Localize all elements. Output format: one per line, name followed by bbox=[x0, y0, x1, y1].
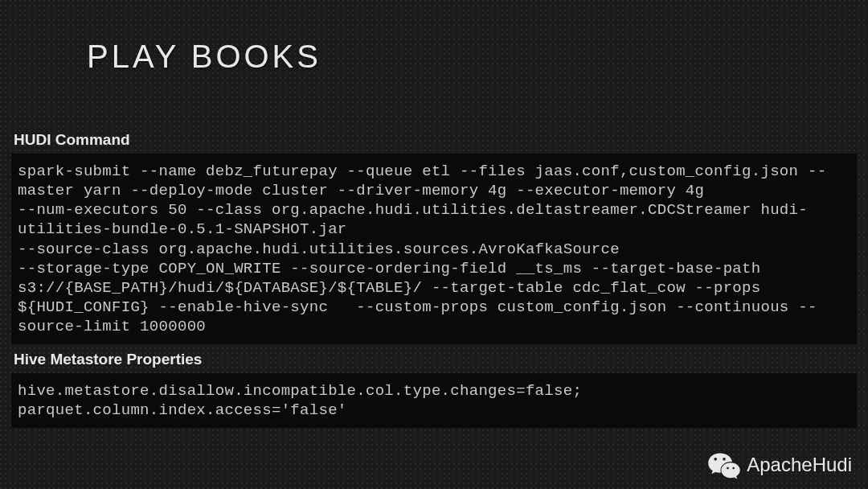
hudi-command-code: spark-submit --name debz_futurepay --que… bbox=[11, 154, 857, 344]
wechat-icon bbox=[706, 450, 742, 479]
slide-title: PLAY BOOKS bbox=[0, 0, 868, 75]
hudi-command-heading: HUDI Command bbox=[0, 125, 868, 154]
hive-properties-heading: Hive Metastore Properties bbox=[0, 344, 868, 373]
footer-brand: ApacheHudi bbox=[706, 450, 852, 479]
hive-properties-code: hive.metastore.disallow.incompatible.col… bbox=[11, 373, 857, 428]
footer-brand-text: ApacheHudi bbox=[747, 454, 852, 476]
